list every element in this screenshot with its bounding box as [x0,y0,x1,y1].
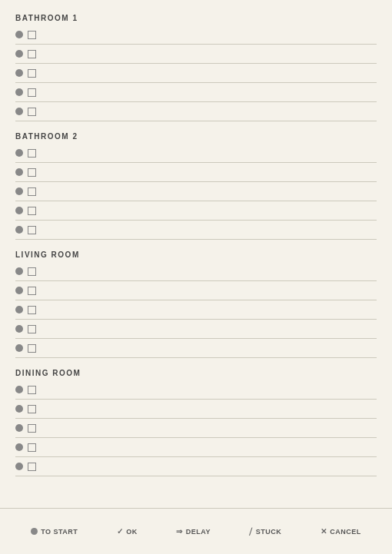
main-content: BATHROOM 1 BATHROOM 2 LIVING ROOM DINING… [0,0,392,507]
cancel-label: CANCEL [330,528,361,536]
legend-cancel: ✕ CANCEL [321,527,361,536]
status-dot [15,267,23,275]
checkbox[interactable] [28,424,36,433]
delay-arrow-icon: ⇒ [176,527,183,536]
table-row[interactable] [15,320,377,339]
table-row[interactable] [15,64,377,83]
status-dot [15,50,23,58]
status-dot [15,443,23,451]
section-bathroom1-title: BATHROOM 1 [15,14,377,22]
legend-to-start: TO START [31,528,78,536]
checkbox[interactable] [28,31,36,39]
checkbox[interactable] [28,88,36,97]
status-dot [15,306,23,313]
checkbox[interactable] [28,108,36,116]
status-dot [15,207,23,214]
checkbox[interactable] [28,207,36,215]
checkbox[interactable] [28,325,36,333]
table-row[interactable] [15,262,377,281]
delay-label: DELAY [186,528,211,536]
checkbox[interactable] [28,226,36,234]
status-dot [15,88,23,96]
table-row[interactable] [15,221,377,240]
checkbox[interactable] [28,306,36,314]
cancel-x-icon: ✕ [321,527,327,536]
table-row[interactable] [15,102,377,121]
checkbox[interactable] [28,267,36,276]
checkbox[interactable] [28,463,36,471]
status-dot [15,108,23,115]
table-row[interactable] [15,457,377,476]
status-dot [15,386,23,393]
table-row[interactable] [15,339,377,358]
legend-stuck: ⧸ STUCK [249,527,281,536]
ok-label: OK [126,528,138,536]
to-start-label: TO START [41,528,78,536]
table-row[interactable] [15,201,377,221]
stuck-label: STUCK [256,528,282,536]
section-livingroom-title: LIVING ROOM [15,250,377,259]
table-row[interactable] [15,182,377,201]
table-row[interactable] [15,300,377,320]
checkbox[interactable] [28,149,36,158]
checkbox[interactable] [28,69,36,78]
checkbox[interactable] [28,187,36,196]
section-diningroom-title: DINING ROOM [15,369,377,377]
status-dot [15,424,23,432]
checkbox[interactable] [28,344,36,353]
checkbox[interactable] [28,168,36,177]
to-start-dot-icon [31,528,38,535]
table-row[interactable] [15,281,377,300]
status-dot [15,226,23,234]
table-row[interactable] [15,380,377,400]
legend-delay: ⇒ DELAY [176,527,211,536]
table-row[interactable] [15,419,377,438]
section-bathroom2-title: BATHROOM 2 [15,132,377,141]
status-dot [15,325,23,333]
table-row[interactable] [15,400,377,419]
ok-check-icon: ✓ [117,527,124,536]
status-dot [15,344,23,352]
checkbox[interactable] [28,405,36,413]
legend-footer: TO START ✓ OK ⇒ DELAY ⧸ STUCK ✕ CANCEL [0,508,392,554]
legend-ok: ✓ OK [117,527,138,536]
status-dot [15,463,23,470]
table-row[interactable] [15,25,377,45]
table-row[interactable] [15,45,377,64]
checkbox[interactable] [28,386,36,394]
status-dot [15,31,23,38]
status-dot [15,168,23,176]
status-dot [15,69,23,77]
table-row[interactable] [15,438,377,457]
table-row[interactable] [15,83,377,102]
checkbox[interactable] [28,287,36,295]
stuck-slash-icon: ⧸ [249,527,253,536]
checkbox[interactable] [28,443,36,452]
checkbox[interactable] [28,50,36,58]
status-dot [15,287,23,294]
table-row[interactable] [15,144,377,163]
status-dot [15,405,23,413]
status-dot [15,187,23,195]
status-dot [15,149,23,157]
table-row[interactable] [15,163,377,182]
